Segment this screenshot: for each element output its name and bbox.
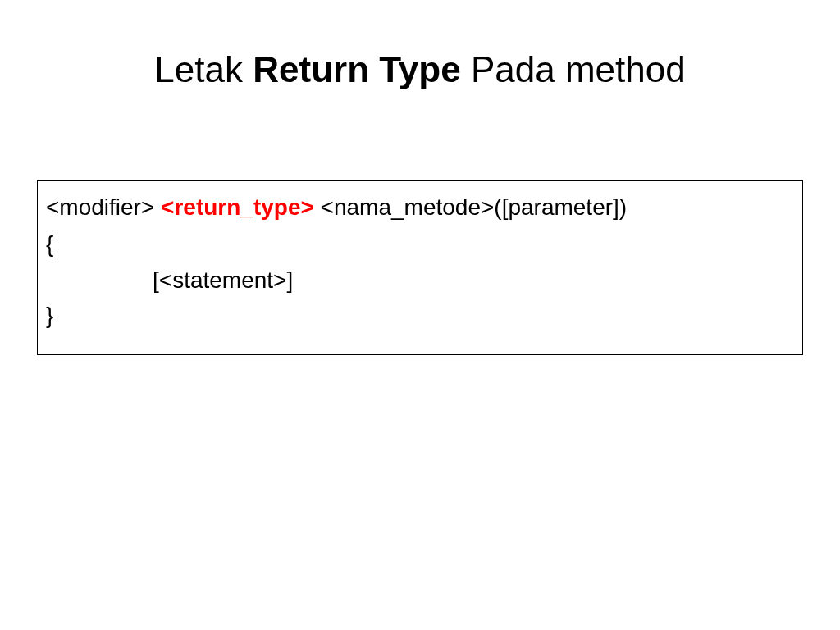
code-box: <modifier> <return_type> <nama_metode>([… (37, 180, 803, 355)
title-part2: Pada method (461, 49, 686, 89)
slide-title: Letak Return Type Pada method (37, 49, 803, 90)
code-line-signature: <modifier> <return_type> <nama_metode>([… (46, 189, 794, 225)
code-rest: <nama_metode>([parameter]) (314, 194, 627, 220)
title-bold: Return Type (253, 49, 460, 89)
code-statement: [<statement>] (46, 262, 794, 298)
title-part1: Letak (154, 49, 253, 89)
code-modifier: <modifier> (46, 194, 161, 220)
code-open-brace: { (46, 226, 794, 262)
code-close-brace: } (46, 298, 794, 333)
code-return-type: <return_type> (161, 194, 314, 220)
